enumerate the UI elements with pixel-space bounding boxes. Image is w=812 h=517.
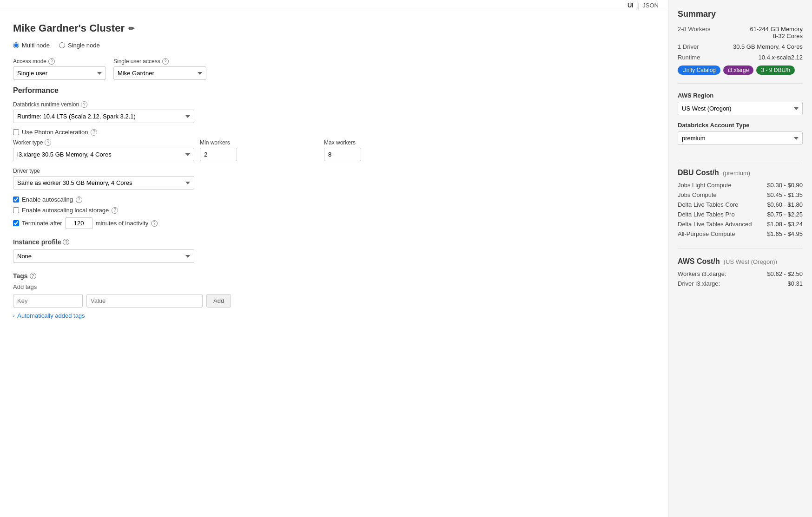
instance-type-badge: i3.xlarge	[723, 65, 753, 75]
instance-profile-section: Instance profile ? None	[13, 238, 442, 263]
dbu-dlt-advanced: Delta Live Tables Advanced $1.08 - $3.24	[678, 221, 803, 228]
workers-summary-label: 2-8 Workers	[678, 26, 711, 39]
driver-summary-label: 1 Driver	[678, 43, 699, 50]
single-node-label: Single node	[68, 42, 100, 49]
runtime-summary-value: 10.4.x-scala2.12	[759, 54, 803, 61]
runtime-summary-row: Runtime 10.4.x-scala2.12	[678, 54, 803, 61]
performance-title: Performance	[13, 86, 442, 95]
autoscaling-local-checkbox[interactable]	[13, 207, 19, 213]
cluster-title: Mike Gardner's Cluster	[13, 22, 125, 34]
aws-driver-cost: Driver i3.xlarge: $0.31	[678, 280, 803, 287]
account-type-label: Databricks Account Type	[678, 122, 803, 129]
edit-icon[interactable]: ✏	[128, 24, 134, 33]
add-tags-label: Add tags	[13, 283, 442, 290]
workers-summary-row: 2-8 Workers 61-244 GB Memory 8-32 Cores	[678, 26, 803, 39]
single-user-select[interactable]: Mike Gardner	[113, 66, 206, 80]
tags-title: Tags ?	[13, 272, 442, 280]
min-workers-group: Min workers	[200, 139, 318, 161]
page-title-row: Mike Gardner's Cluster ✏	[13, 22, 442, 34]
aws-region-label: AWS Region	[678, 92, 803, 99]
dbu-badge: 3 - 9 DBU/h	[756, 65, 795, 75]
photon-checkbox-label[interactable]: Use Photon Acceleration ?	[13, 129, 442, 136]
dbu-dlt-core: Delta Live Tables Core $0.60 - $1.80	[678, 201, 803, 208]
terminate-input[interactable]	[65, 217, 93, 229]
unity-catalog-badge: Unity Catalog	[678, 65, 720, 75]
driver-summary-value: 30.5 GB Memory, 4 Cores	[733, 43, 803, 50]
runtime-summary-label: Runtime	[678, 54, 700, 61]
driver-type-select[interactable]: Same as worker 30.5 GB Memory, 4 Cores	[13, 176, 194, 190]
aws-cost-subtitle: (US West (Oregon))	[724, 258, 777, 265]
min-workers-label: Min workers	[200, 139, 318, 146]
instance-profile-help-icon[interactable]: ?	[63, 239, 69, 245]
aws-region-section: AWS Region US West (Oregon) US East (N. …	[678, 92, 803, 160]
worker-type-group: Worker type ? i3.xlarge 30.5 GB Memory, …	[13, 139, 194, 161]
aws-cost-title-row: AWS Cost/h (US West (Oregon))	[678, 257, 803, 266]
terminate-row: Terminate after minutes of inactivity ?	[13, 217, 442, 229]
auto-tags-toggle[interactable]: › Automatically added tags	[13, 312, 442, 319]
access-mode-select[interactable]: Single user Shared No isolation shared	[13, 66, 106, 80]
instance-profile-select[interactable]: None	[13, 249, 194, 263]
dbu-all-purpose: All-Purpose Compute $1.65 - $4.95	[678, 230, 803, 237]
dbu-cost-title-row: DBU Cost/h (premium)	[678, 169, 803, 177]
tag-value-input[interactable]	[86, 294, 203, 308]
worker-type-select[interactable]: i3.xlarge 30.5 GB Memory, 4 Cores	[13, 148, 194, 161]
single-node-radio[interactable]	[59, 42, 65, 48]
tags-help-icon[interactable]: ?	[30, 273, 36, 279]
worker-type-help-icon[interactable]: ?	[45, 139, 51, 146]
autoscaling-local-help-icon[interactable]: ?	[112, 207, 118, 214]
summary-title: Summary	[678, 9, 803, 19]
access-mode-group: Access mode ? Single user Shared No isol…	[13, 58, 106, 80]
aws-cost-section: AWS Cost/h (US West (Oregon)) Workers i3…	[678, 257, 803, 298]
aws-region-select[interactable]: US West (Oregon) US East (N. Virginia) E…	[678, 102, 803, 115]
single-node-option[interactable]: Single node	[59, 42, 100, 49]
autoscaling-help-icon[interactable]: ?	[76, 196, 82, 203]
performance-section: Performance Databricks runtime version ?…	[13, 86, 442, 229]
access-mode-help-icon[interactable]: ?	[48, 58, 55, 65]
single-user-access-group: Single user access ? Mike Gardner	[113, 58, 206, 80]
instance-profile-title: Instance profile ?	[13, 238, 442, 246]
max-workers-label: Max workers	[324, 139, 442, 146]
badge-row: Unity Catalog i3.xlarge 3 - 9 DBU/h	[678, 65, 803, 75]
ui-view-label[interactable]: UI	[627, 2, 634, 9]
add-tag-button[interactable]: Add	[206, 294, 231, 308]
driver-type-group: Driver type Same as worker 30.5 GB Memor…	[13, 168, 442, 190]
access-mode-row: Access mode ? Single user Shared No isol…	[13, 58, 442, 80]
driver-summary-row: 1 Driver 30.5 GB Memory, 4 Cores	[678, 43, 803, 50]
autoscaling-checkbox-label[interactable]: Enable autoscaling ?	[13, 196, 442, 203]
tags-section: Tags ? Add tags Add › Automatically adde…	[13, 272, 442, 319]
worker-type-row: Worker type ? i3.xlarge 30.5 GB Memory, …	[13, 139, 442, 161]
account-type-select[interactable]: premium standard enterprise	[678, 131, 803, 145]
json-view-label[interactable]: JSON	[642, 2, 659, 9]
tags-input-row: Add	[13, 294, 442, 308]
autoscaling-local-label[interactable]: Enable autoscaling local storage ?	[13, 207, 442, 214]
worker-type-label: Worker type ?	[13, 139, 194, 146]
multi-node-option[interactable]: Multi node	[13, 42, 50, 49]
terminate-help-icon[interactable]: ?	[151, 220, 158, 227]
node-type-selector: Multi node Single node	[13, 42, 442, 49]
multi-node-radio[interactable]	[13, 42, 19, 48]
autoscaling-checkbox[interactable]	[13, 196, 19, 203]
runtime-help-icon[interactable]: ?	[81, 101, 87, 108]
photon-checkbox[interactable]	[13, 129, 19, 135]
terminate-label: Terminate after	[22, 220, 62, 227]
max-workers-input[interactable]	[324, 148, 361, 161]
aws-cost-title: AWS Cost/h	[678, 257, 720, 266]
view-separator: |	[637, 2, 639, 9]
access-mode-label: Access mode ?	[13, 58, 106, 65]
driver-type-label: Driver type	[13, 168, 442, 174]
min-workers-input[interactable]	[200, 148, 237, 161]
terminate-suffix: minutes of inactivity	[96, 220, 148, 227]
max-workers-group: Max workers	[324, 139, 442, 161]
photon-help-icon[interactable]: ?	[91, 129, 97, 136]
view-toggle-bar: UI | JSON	[0, 0, 668, 11]
tag-key-input[interactable]	[13, 294, 83, 308]
dbu-cost-title: DBU Cost/h	[678, 169, 719, 177]
runtime-group: Databricks runtime version ? Runtime: 10…	[13, 101, 442, 123]
terminate-checkbox[interactable]	[13, 220, 19, 226]
single-user-help-icon[interactable]: ?	[162, 58, 169, 65]
chevron-icon: ›	[13, 313, 14, 318]
summary-section: Summary 2-8 Workers 61-244 GB Memory 8-3…	[678, 9, 803, 84]
auto-tags-label: Automatically added tags	[17, 312, 85, 319]
dbu-cost-subtitle: (premium)	[723, 170, 750, 177]
runtime-select[interactable]: Runtime: 10.4 LTS (Scala 2.12, Spark 3.2…	[13, 110, 194, 123]
